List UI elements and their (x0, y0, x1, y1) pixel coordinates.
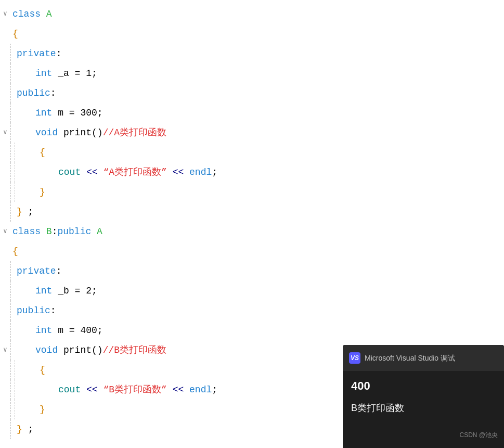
indent-guide (10, 340, 15, 360)
fold-button[interactable]: ∨ (0, 222, 10, 241)
token-string: “B类打印函数” (103, 385, 166, 395)
fold-button[interactable]: ∨ (0, 4, 10, 24)
code-line: ∨class B:public A (0, 222, 504, 241)
fold-button[interactable]: ∨ (0, 123, 10, 143)
token-kw-int: int (35, 325, 52, 336)
line-content: int _b = 2; (15, 281, 504, 301)
line-content: } ; (15, 202, 504, 222)
indent-guide (15, 380, 19, 400)
code-line: { (0, 143, 504, 162)
line-content: public: (15, 301, 504, 321)
indent-guide (10, 419, 15, 439)
line-content: int m = 300; (15, 103, 504, 123)
indent-guide (10, 301, 15, 321)
fold-button[interactable]: ∨ (0, 340, 10, 360)
indent-guide (15, 360, 19, 380)
code-line: ∨void print()//A类打印函数 (0, 123, 504, 143)
line-content: private: (15, 261, 504, 281)
code-line: int m = 400; (0, 321, 504, 340)
token-kw-private: private (17, 266, 56, 276)
code-line: public: (0, 83, 504, 103)
token-identifier: _a = 1; (52, 68, 97, 79)
line-content: int _a = 1; (15, 63, 504, 83)
token-identifier: _b = 2; (52, 286, 97, 296)
indent-guide (10, 380, 15, 400)
token-punct: ; (22, 207, 34, 217)
indent-guide (10, 182, 15, 202)
code-line: int _a = 1; (0, 63, 504, 83)
indent-guide (10, 103, 15, 123)
indent-guide (10, 63, 15, 83)
token-classname: A (46, 9, 52, 19)
indent-guide (10, 261, 15, 281)
tooltip-footer: CSDN @池央 (343, 425, 504, 448)
token-kw-int: int (35, 286, 52, 296)
indent-guide (10, 123, 15, 143)
indent-guide (10, 360, 15, 380)
token-classname: A (97, 226, 102, 237)
token-op: << (81, 385, 103, 395)
token-punct: : (52, 226, 58, 237)
token-punct: ; (22, 424, 34, 434)
code-line: private: (0, 44, 504, 63)
token-punct: ; (212, 167, 217, 177)
token-brace: { (40, 147, 45, 158)
token-kw-int: int (35, 108, 52, 118)
line-content: class B:public A (10, 222, 504, 241)
code-line: private: (0, 261, 504, 281)
token-brace: { (40, 365, 45, 375)
line-content: cout << “A类打印函数” << endl; (19, 162, 504, 182)
token-punct: : (50, 88, 56, 98)
code-line: public: (0, 301, 504, 321)
token-comment: //A类打印函数 (103, 127, 166, 138)
code-line: } ; (0, 202, 504, 222)
indent-guide (10, 162, 15, 182)
token-kw-public: public (17, 88, 50, 98)
token-kw-cout: cout (58, 167, 81, 177)
line-content: int m = 400; (15, 321, 504, 340)
debug-tooltip: VS Microsoft Visual Studio 调试 400 B类打印函数… (343, 345, 504, 448)
token-string: “A类打印函数” (103, 167, 166, 177)
tooltip-value: 400 (351, 376, 496, 396)
token-brace: } (17, 207, 22, 217)
token-kw-int: int (35, 68, 52, 79)
token-kw-class: class (12, 226, 46, 237)
indent-guide (10, 143, 15, 162)
token-punct: : (56, 266, 62, 276)
token-classname: B (46, 226, 52, 237)
indent-guide (15, 143, 19, 162)
token-op: << (81, 167, 103, 177)
line-content: class A (10, 4, 504, 24)
indent-guide (10, 321, 15, 340)
token-brace: { (12, 29, 18, 39)
indent-guide (15, 182, 19, 202)
tooltip-header: VS Microsoft Visual Studio 调试 (343, 345, 504, 371)
token-identifier: m = 300; (52, 108, 102, 118)
token-brace: } (40, 404, 45, 415)
code-line: cout << “A类打印函数” << endl; (0, 162, 504, 182)
indent-guide (10, 400, 15, 419)
token-brace: } (17, 424, 22, 434)
token-op: << (167, 385, 189, 395)
tooltip-body: 400 B类打印函数 (343, 371, 504, 425)
code-line: int m = 300; (0, 103, 504, 123)
line-content: { (10, 241, 504, 261)
token-kw-void: void (35, 127, 58, 138)
token-kw-public: public (17, 305, 50, 316)
line-content: } (19, 182, 504, 202)
token-kw-void: void (35, 345, 58, 355)
token-kw-private: private (17, 48, 56, 59)
indent-guide (10, 281, 15, 301)
token-kw-public: public (57, 226, 91, 237)
vs-icon: VS (349, 352, 360, 364)
token-kw-cout: cout (58, 385, 81, 395)
token-identifier: print() (58, 127, 102, 138)
code-line: { (0, 24, 504, 44)
token-brace: { (12, 246, 18, 257)
tooltip-desc: B类打印函数 (351, 398, 496, 418)
token-endl-kw: endl (189, 167, 212, 177)
token-punct (91, 226, 97, 237)
line-content: private: (15, 44, 504, 63)
line-content: public: (15, 83, 504, 103)
line-content: { (19, 143, 504, 162)
